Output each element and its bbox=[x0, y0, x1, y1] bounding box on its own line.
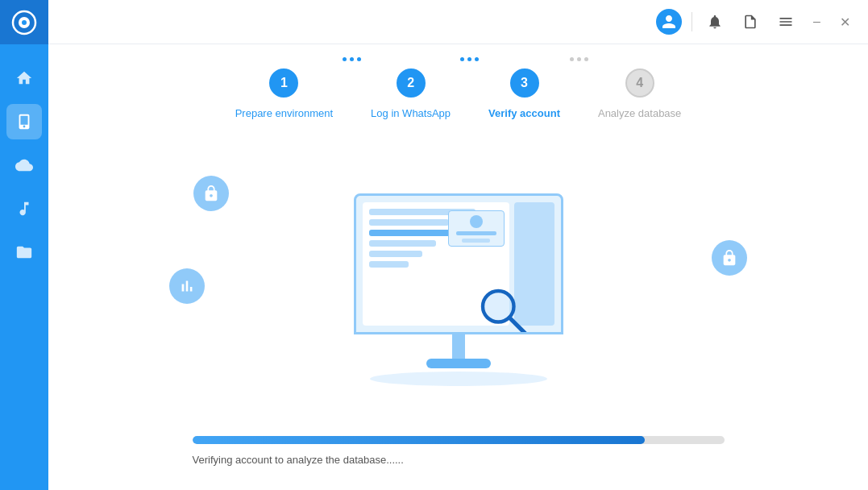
dot bbox=[343, 57, 347, 61]
step-2: 2 Log in WhatsApp bbox=[371, 69, 451, 119]
step-dots-2-3 bbox=[451, 57, 488, 61]
step-3: 3 Verify account bbox=[488, 69, 560, 119]
sidebar-item-files[interactable] bbox=[6, 235, 42, 270]
app-logo-icon bbox=[11, 10, 37, 35]
close-button[interactable]: ✕ bbox=[835, 11, 855, 33]
step-3-circle: 3 bbox=[510, 69, 539, 98]
sidebar-item-cloud[interactable] bbox=[6, 147, 42, 183]
screen-bar-4 bbox=[369, 240, 436, 247]
music-icon bbox=[15, 200, 33, 218]
minimize-button[interactable]: – bbox=[808, 11, 825, 32]
progress-status-text: Verifying account to analyze the databas… bbox=[193, 454, 725, 466]
dot bbox=[357, 57, 361, 61]
lock-icon-left bbox=[193, 176, 229, 211]
screen-bar-5 bbox=[369, 251, 422, 257]
illustration-area bbox=[97, 143, 820, 436]
step-4-label: Analyze database bbox=[598, 107, 681, 119]
step-2-label: Log in WhatsApp bbox=[371, 107, 451, 119]
dot bbox=[584, 57, 588, 61]
bar-chart-icon bbox=[178, 277, 196, 295]
progress-bar-wrap bbox=[193, 436, 725, 444]
svg-line-4 bbox=[509, 318, 526, 334]
dot bbox=[350, 57, 354, 61]
document-button[interactable] bbox=[737, 9, 763, 35]
monitor-main bbox=[363, 202, 509, 326]
user-avatar-icon bbox=[661, 14, 677, 30]
dot bbox=[570, 57, 574, 61]
menu-button[interactable] bbox=[773, 9, 799, 35]
progress-section: Verifying account to analyze the databas… bbox=[177, 436, 741, 466]
monitor-illustration bbox=[354, 193, 563, 386]
dot bbox=[577, 57, 581, 61]
cloud-icon bbox=[15, 156, 33, 174]
mini-card-circle bbox=[470, 215, 483, 228]
document-icon bbox=[742, 14, 758, 30]
dot bbox=[475, 57, 479, 61]
stepper: 1 Prepare environment 2 Log in WhatsApp bbox=[97, 69, 820, 119]
step-4-circle: 4 bbox=[625, 69, 654, 98]
magnify-icon bbox=[477, 285, 534, 334]
step-3-label: Verify account bbox=[488, 107, 560, 119]
sidebar-navigation bbox=[6, 60, 42, 490]
lock-icon-2 bbox=[721, 249, 738, 267]
device-icon bbox=[15, 113, 33, 131]
step-2-circle: 2 bbox=[397, 69, 426, 98]
notification-button[interactable] bbox=[702, 9, 728, 35]
lock-icon-right bbox=[712, 240, 747, 276]
step-dots-1-2 bbox=[333, 57, 371, 61]
main-content: – ✕ 1 Prepare environment bbox=[48, 0, 868, 490]
menu-icon bbox=[778, 14, 794, 30]
monitor-stand-neck bbox=[452, 334, 465, 359]
monitor-stand-base bbox=[426, 359, 491, 368]
step-dots-3-4 bbox=[560, 57, 598, 61]
sidebar bbox=[0, 0, 48, 490]
svg-point-2 bbox=[22, 20, 27, 25]
monitor-shadow bbox=[370, 372, 547, 386]
step-1: 1 Prepare environment bbox=[235, 69, 333, 119]
sidebar-item-device[interactable] bbox=[6, 104, 42, 139]
chart-icon-left bbox=[169, 268, 205, 304]
screen-bar-2 bbox=[369, 219, 450, 226]
profile-icon[interactable] bbox=[656, 9, 682, 35]
titlebar: – ✕ bbox=[48, 0, 868, 44]
lock-icon bbox=[202, 185, 220, 202]
mini-card bbox=[448, 210, 505, 247]
home-icon bbox=[15, 69, 33, 87]
sidebar-logo bbox=[0, 0, 48, 44]
folder-icon bbox=[15, 243, 33, 261]
step-1-label: Prepare environment bbox=[235, 107, 333, 119]
step-1-circle: 1 bbox=[269, 69, 298, 98]
sidebar-item-home[interactable] bbox=[6, 60, 42, 96]
screen-bar-6 bbox=[369, 261, 409, 268]
dot bbox=[467, 57, 471, 61]
mini-card-bar-1 bbox=[456, 231, 496, 235]
sidebar-item-music[interactable] bbox=[6, 191, 42, 226]
monitor-screen bbox=[354, 193, 563, 334]
mini-card-bar-2 bbox=[462, 239, 490, 243]
progress-bar-fill bbox=[193, 436, 645, 444]
step-4: 4 Analyze database bbox=[598, 69, 681, 119]
page-content: 1 Prepare environment 2 Log in WhatsApp bbox=[48, 44, 868, 490]
dot bbox=[460, 57, 464, 61]
titlebar-divider-1 bbox=[691, 12, 692, 31]
bell-icon bbox=[707, 14, 723, 30]
